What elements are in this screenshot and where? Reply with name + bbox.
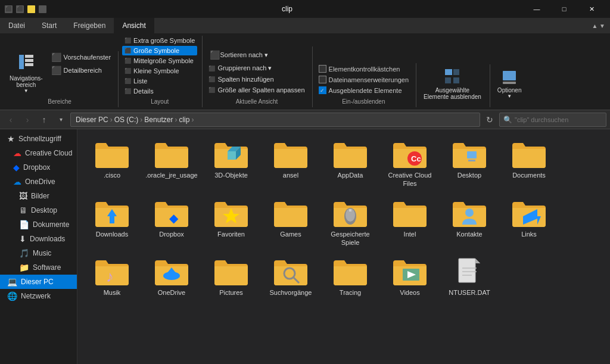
ausgeblendet-row[interactable]: ✓ Ausgeblendete Elemente [316, 86, 412, 95]
sidebar-item-cc[interactable]: ☁ Creative Cloud [0, 146, 77, 160]
ausgewaehlt-label: AusgewählteElemente ausblenden [424, 87, 481, 100]
dateinamen-checkbox[interactable] [319, 76, 326, 83]
bereiche-label: Bereiche [6, 96, 113, 105]
optionen-arrow: ▼ [507, 94, 512, 99]
file-item-documents[interactable]: Documents [500, 135, 558, 192]
file-label-downloads: Downloads [96, 230, 128, 238]
file-item-cc[interactable]: Cc Creative Cloud Files [381, 135, 438, 192]
close-button[interactable]: ✕ [578, 0, 605, 18]
sidebar-item-dieser-pc[interactable]: 💻 Dieser PC [0, 275, 77, 289]
detailbereich-button[interactable]: ⬛ Detailbereich [49, 64, 114, 76]
downloads-label: Downloads [30, 235, 65, 243]
svg-text:Cc: Cc [411, 154, 421, 163]
address-path[interactable]: Dieser PC › OS (C:) › Benutzer › clip › [70, 113, 480, 127]
gruppieren-button[interactable]: ⬛ Gruppieren nach ▾ [206, 63, 307, 73]
groesse-button[interactable]: ⬛ Größe aller Spalten anpassen [206, 85, 307, 95]
sidebar-item-desktop[interactable]: 🖥 Desktop [0, 203, 77, 217]
spalten-button[interactable]: ⬛ Spalten hinzufügen [206, 74, 307, 84]
desktop-icon: 🖥 [19, 206, 27, 215]
window-controls[interactable]: — □ ✕ [523, 0, 605, 18]
file-item-onedrive[interactable]: OneDrive [143, 253, 200, 300]
file-item-favoriten[interactable]: Favoriten [203, 194, 260, 251]
file-item-pictures[interactable]: Pictures [203, 253, 260, 300]
file-label-desktop: Desktop [458, 171, 481, 179]
file-item-ansel[interactable]: ansel [262, 135, 319, 192]
folder-icon-games [272, 198, 310, 229]
ribbon-content: Navigations-bereich ▼ ⬛ Vorschaufenster … [0, 33, 610, 110]
kleine-symbole-button[interactable]: ⬛ Kleine Symbole [122, 66, 197, 76]
recent-button[interactable]: ▾ [54, 113, 68, 127]
sidebar-item-software[interactable]: 📁 Software [0, 260, 77, 275]
sidebar-item-onedrive[interactable]: ☁ OneDrive [0, 175, 77, 189]
file-item-games[interactable]: Games [262, 194, 319, 251]
ausgewaehlt-button[interactable]: AusgewählteElemente ausblenden [420, 64, 485, 102]
details-button[interactable]: ⬛ Details [122, 86, 197, 96]
file-item-suchvorgaenge[interactable]: Suchvorgänge [262, 253, 319, 300]
up-button[interactable]: ↑ [37, 113, 51, 127]
dateinamen-row[interactable]: Dateinamenserweiterungen [316, 75, 412, 84]
extra-symbole-button[interactable]: ⬛ Extra große Symbole [122, 36, 197, 45]
groesse-label: Größe aller Spalten anpassen [217, 86, 304, 94]
maximize-button[interactable]: □ [550, 0, 578, 18]
file-item-ntuser[interactable]: NTUSER.DAT [441, 253, 498, 300]
minimize-button[interactable]: — [523, 0, 550, 18]
svg-text:◆: ◆ [169, 211, 179, 225]
folder-icon-links [510, 198, 548, 229]
title-bar: ⬛ ⬛ clip — □ ✕ [0, 0, 610, 18]
search-input[interactable] [515, 116, 602, 123]
file-item-appdata[interactable]: AppData [322, 135, 379, 192]
sidebar-item-bilder[interactable]: 🖼 Bilder [0, 189, 77, 203]
kontrollkasten-row[interactable]: Elementkontrollkästchen [316, 64, 412, 73]
ribbon-group-bereiche: Navigations-bereich ▼ ⬛ Vorschaufenster … [4, 51, 119, 107]
file-item-cisco[interactable]: .cisco [83, 135, 141, 192]
file-item-dropbox[interactable]: ◆ Dropbox [143, 194, 200, 251]
kontrollkasten-checkbox[interactable] [319, 65, 326, 73]
file-item-3d[interactable]: 3D-Objekte [203, 135, 260, 192]
file-item-videos[interactable]: Videos [381, 253, 438, 300]
sidebar-item-dokumente[interactable]: 📄 Dokumente [0, 217, 77, 232]
sidebar-item-schnellzugriff[interactable]: ★ Schnellzugriff [0, 132, 77, 146]
sortieren-label: Sortieren nach ▾ [220, 51, 268, 59]
file-item-desktop[interactable]: Desktop [441, 135, 498, 192]
search-icon: 🔍 [503, 116, 512, 124]
ribbon-chevron[interactable]: ▲ ▼ [587, 18, 610, 33]
file-item-intel[interactable]: Intel [381, 194, 438, 251]
vorschaufenster-button[interactable]: ⬛ Vorschaufenster [49, 51, 114, 63]
tab-freigeben[interactable]: Freigeben [65, 18, 114, 33]
svg-rect-15 [467, 151, 477, 158]
sidebar-item-downloads[interactable]: ⬇ Downloads [0, 232, 77, 246]
title-icon-3 [27, 5, 35, 13]
tab-start[interactable]: Start [33, 18, 65, 33]
tab-ansicht[interactable]: Ansicht [114, 18, 154, 33]
file-item-musik[interactable]: ♪ Musik [83, 253, 141, 300]
onedrive-icon: ☁ [13, 177, 21, 186]
optionen-button[interactable]: Optionen ▼ [494, 67, 525, 101]
file-item-links[interactable]: Links [500, 194, 558, 251]
cc-icon: ☁ [13, 148, 21, 158]
folder-icon-onedrive [152, 256, 191, 287]
tab-datei[interactable]: Datei [0, 18, 33, 33]
sortieren-button[interactable]: ⬛ Sortieren nach ▾ [206, 48, 307, 62]
refresh-button[interactable]: ↻ [483, 113, 497, 127]
back-button[interactable]: ‹ [4, 113, 18, 127]
folder-icon-pictures [212, 256, 250, 287]
netzwerk-icon: 🌐 [7, 291, 17, 301]
svg-rect-6 [445, 77, 451, 83]
file-item-oracle[interactable]: .oracle_jre_usage [143, 135, 200, 192]
liste-button[interactable]: ⬛ Liste [122, 76, 197, 86]
sidebar-item-music[interactable]: 🎵 Music [0, 246, 77, 260]
sidebar-item-netzwerk[interactable]: 🌐 Netzwerk [0, 289, 77, 303]
file-item-gespeicherte[interactable]: Gespeicherte Spiele [322, 194, 379, 251]
mittel-symbole-button[interactable]: ⬛ Mittelgroße Symbole [122, 56, 197, 66]
file-item-kontakte[interactable]: Kontakte [441, 194, 498, 251]
vorschaufenster-icon: ⬛ [51, 52, 61, 62]
grosse-symbole-button[interactable]: ⬛ Große Symbole [122, 46, 197, 55]
nav-bereich-button[interactable]: Navigations-bereich ▼ [6, 51, 46, 96]
sidebar-item-dropbox[interactable]: ◆ Dropbox [0, 160, 77, 175]
nav-bereich-arrow: ▼ [24, 88, 29, 94]
ausgeblendet-checkbox[interactable]: ✓ [319, 86, 326, 94]
forward-button[interactable]: › [20, 113, 35, 127]
file-item-tracing[interactable]: Tracing [322, 253, 379, 300]
folder-icon-tracing [331, 256, 369, 287]
file-item-downloads[interactable]: Downloads [83, 194, 141, 251]
